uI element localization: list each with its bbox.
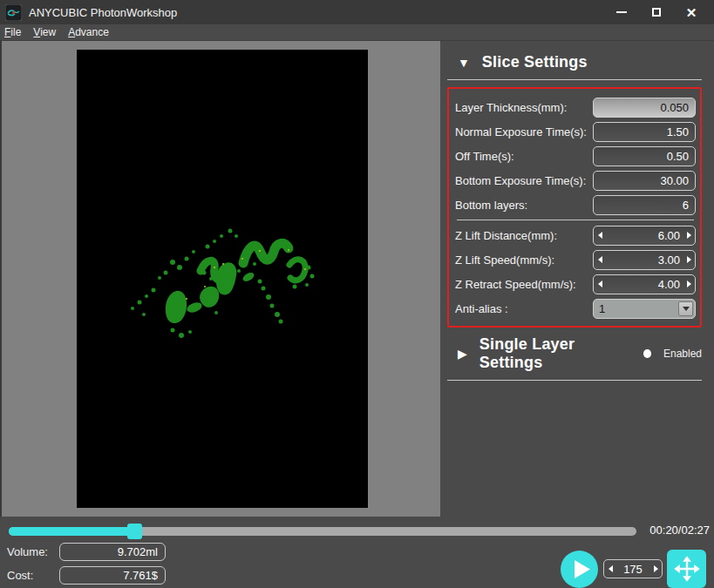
bottom-layers-input[interactable]: 6 <box>593 195 696 215</box>
cost-value: 7.761$ <box>59 566 166 585</box>
field-anti-alias: Anti-alias : 1 <box>455 296 696 321</box>
decrement-icon[interactable] <box>594 226 606 245</box>
move-arrows-icon <box>671 553 703 585</box>
play-icon <box>561 551 598 588</box>
increment-icon[interactable] <box>649 560 662 578</box>
enabled-radio[interactable] <box>643 349 651 358</box>
collapse-triangle-icon: ▼ <box>458 56 470 70</box>
divider <box>457 220 694 220</box>
timeline-fill <box>9 527 134 536</box>
field-z-lift-distance: Z Lift Distance(mm): 6.00 <box>455 223 696 247</box>
decrement-icon[interactable] <box>594 275 606 294</box>
increment-icon[interactable] <box>683 226 695 245</box>
increment-icon[interactable] <box>683 275 695 294</box>
field-normal-exposure: Normal Exposure Time(s): 1.50 <box>455 119 696 144</box>
increment-icon[interactable] <box>683 251 695 269</box>
pan-move-button[interactable] <box>667 550 706 588</box>
enabled-label: Enabled <box>663 348 702 360</box>
menubar: File View Advance <box>0 24 714 41</box>
layer-number-value: 175 <box>616 563 649 576</box>
off-time-input[interactable]: 0.50 <box>593 146 696 166</box>
slice-preview-svg <box>77 50 368 508</box>
normal-exposure-input[interactable]: 1.50 <box>593 122 696 142</box>
volume-value: 9.702ml <box>59 543 166 561</box>
z-lift-distance-spinner[interactable]: 6.00 <box>593 226 696 246</box>
layer-number-stepper[interactable]: 175 <box>603 559 663 578</box>
playback-time: 00:20/02:27 <box>649 524 710 537</box>
volume-label: Volume: <box>7 545 59 558</box>
app-logo-icon <box>5 4 22 21</box>
field-off-time: Off Time(s): 0.50 <box>455 144 696 168</box>
menu-view[interactable]: View <box>33 26 56 38</box>
menu-advance[interactable]: Advance <box>68 26 109 38</box>
field-z-retract-speed: Z Retract Speed(mm/s): 4.00 <box>455 272 696 296</box>
anti-alias-dropdown[interactable]: 1 <box>593 299 696 319</box>
layer-timeline-slider[interactable] <box>9 527 636 536</box>
single-layer-settings-title: Single Layer Settings <box>479 335 620 372</box>
slice-settings-highlight-box: Layer Thickness(mm): 0.050 Normal Exposu… <box>447 87 702 328</box>
slice-preview-viewport[interactable] <box>77 50 368 508</box>
close-icon[interactable]: ✕ <box>684 5 698 19</box>
slice-settings-title: Slice Settings <box>482 53 588 71</box>
titlebar: ANYCUBIC PhotonWorkshop ✕ <box>0 0 714 24</box>
dropdown-arrow-icon[interactable] <box>678 301 693 316</box>
field-bottom-exposure: Bottom Exposure Time(s): 30.00 <box>455 168 696 193</box>
settings-panel: ▼ Slice Settings Layer Thickness(mm): 0.… <box>440 41 714 517</box>
menu-file[interactable]: File <box>4 26 21 38</box>
bottom-exposure-input[interactable]: 30.00 <box>593 171 696 191</box>
z-lift-speed-spinner[interactable]: 3.00 <box>593 250 696 270</box>
expand-triangle-icon: ▶ <box>458 347 467 361</box>
window-title: ANYCUBIC PhotonWorkshop <box>29 6 615 19</box>
layer-thickness-input: 0.050 <box>593 98 696 118</box>
decrement-icon[interactable] <box>604 560 616 578</box>
divider <box>447 79 702 80</box>
minimize-icon[interactable] <box>615 5 629 19</box>
play-button[interactable] <box>561 551 598 588</box>
single-layer-settings-header[interactable]: ▶ Single Layer Settings Enabled <box>447 335 702 372</box>
divider <box>447 380 702 381</box>
cost-label: Cost: <box>7 569 59 582</box>
timeline-handle[interactable] <box>127 524 142 539</box>
field-bottom-layers: Bottom layers: 6 <box>455 193 696 217</box>
decrement-icon[interactable] <box>594 251 606 269</box>
z-retract-speed-spinner[interactable]: 4.00 <box>593 274 696 294</box>
field-z-lift-speed: Z Lift Speed(mm/s): 3.00 <box>455 247 696 272</box>
maximize-icon[interactable] <box>649 5 663 19</box>
field-layer-thickness: Layer Thickness(mm): 0.050 <box>455 95 696 119</box>
preview-area <box>0 41 440 517</box>
slice-settings-header[interactable]: ▼ Slice Settings <box>447 53 702 71</box>
